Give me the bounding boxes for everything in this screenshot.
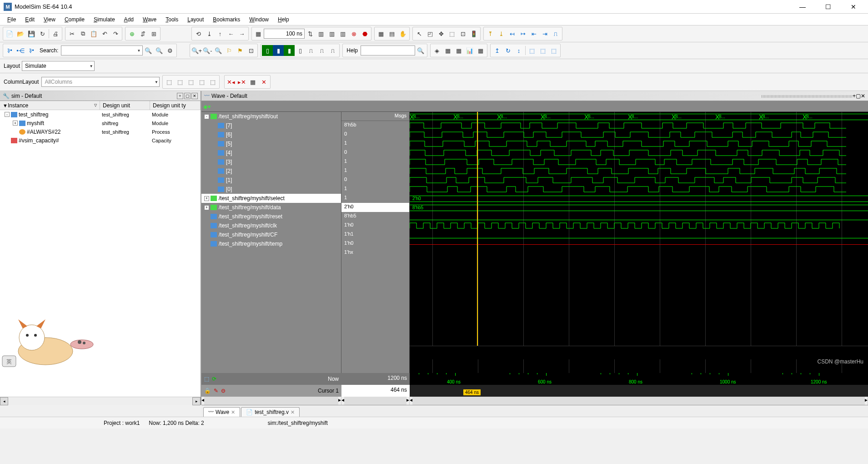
cursor-goto-icon[interactable]: ⬚: [548, 45, 559, 56]
run-step-icon[interactable]: ⤓: [204, 28, 215, 39]
save-icon[interactable]: 💾: [26, 28, 37, 39]
edge-icon[interactable]: ⎍: [550, 28, 561, 39]
run-all-icon[interactable]: ▥: [316, 28, 326, 39]
now-toggle-icon[interactable]: ⬚: [204, 376, 209, 382]
menu-file[interactable]: File: [3, 15, 20, 24]
now-reset-icon[interactable]: ⟳: [212, 376, 216, 382]
find-opts-icon[interactable]: ⚙: [165, 45, 176, 56]
restart-icon[interactable]: ⟲: [193, 28, 204, 39]
print-icon[interactable]: 🖨: [50, 28, 61, 39]
bookmark-list-icon[interactable]: ⊡: [246, 45, 256, 56]
group-sig5-icon[interactable]: ⬚: [207, 76, 218, 87]
coverage-icon[interactable]: 📊: [464, 45, 475, 56]
panel-close-button[interactable]: ✕: [191, 93, 198, 99]
canvas-scroll-right-icon[interactable]: ▸: [865, 397, 868, 405]
expand-toggle[interactable]: +: [204, 196, 209, 201]
sim-hscroll[interactable]: ◂ ▸: [0, 397, 201, 405]
cursor-line[interactable]: [477, 112, 478, 346]
right-arrow-icon[interactable]: →: [236, 28, 247, 39]
tab-wave-close-icon[interactable]: ✕: [231, 409, 235, 415]
wave-expand-icon[interactable]: ▯: [262, 45, 273, 56]
scroll-left-icon[interactable]: ◂: [0, 397, 8, 405]
tree-row[interactable]: #ALWAYS#22test_shiftregProcess: [0, 127, 201, 136]
panel-max-button[interactable]: ▢: [184, 93, 191, 99]
msgs-scroll-right-icon[interactable]: ▸: [406, 397, 409, 405]
expand-toggle[interactable]: -: [204, 114, 209, 119]
menu-add[interactable]: Add: [120, 15, 138, 24]
expand-toggle[interactable]: +: [13, 121, 18, 126]
tree-icon[interactable]: ⊞: [148, 28, 159, 39]
signal-row[interactable]: /test_shiftreg/myshift/temp: [201, 239, 341, 248]
profile-icon[interactable]: ▦: [475, 45, 486, 56]
close-button[interactable]: ✕: [845, 3, 862, 10]
zoom-full-icon[interactable]: 🔍: [213, 45, 224, 56]
transition-prev-icon[interactable]: ⇤: [528, 28, 539, 39]
cut-icon[interactable]: ✂: [66, 28, 77, 39]
menu-edit[interactable]: Edit: [20, 15, 39, 24]
signal-row[interactable]: /test_shiftreg/myshift/reset: [201, 212, 341, 221]
signal-row[interactable]: [6]: [201, 130, 341, 139]
search-input[interactable]: [61, 45, 143, 55]
signal-next-icon[interactable]: ↦: [517, 28, 528, 39]
run-time-input[interactable]: [264, 29, 305, 39]
signal-prev-icon[interactable]: ↤: [507, 28, 517, 39]
signal-row[interactable]: +/test_shiftreg/myshift/data: [201, 203, 341, 212]
hierarchy-icon[interactable]: ⇵: [137, 28, 148, 39]
hand-icon[interactable]: ✋: [397, 28, 408, 39]
maximize-button[interactable]: ☐: [820, 3, 836, 10]
break-icon[interactable]: ⊗: [348, 28, 359, 39]
signal-row[interactable]: [4]: [201, 148, 341, 157]
wave-div1-icon[interactable]: ⎍: [306, 45, 316, 56]
col-design-unit[interactable]: Design unit: [100, 101, 150, 110]
refresh-icon[interactable]: ↻: [37, 28, 48, 39]
tree-row[interactable]: #vsim_capacity#Capacity: [0, 136, 201, 145]
names-scroll-right-icon[interactable]: ▸: [338, 397, 341, 405]
wave-add-button[interactable]: +: [853, 93, 856, 99]
signal-row[interactable]: [1]: [201, 176, 341, 185]
minimize-button[interactable]: —: [794, 3, 811, 10]
help-search-input[interactable]: [361, 45, 415, 55]
compare-prev-icon[interactable]: ✕◂: [226, 76, 236, 87]
menu-bookmarks[interactable]: Bookmarks: [208, 15, 245, 24]
expand-toggle[interactable]: +: [204, 205, 209, 210]
zoom-region-icon[interactable]: ⬚: [447, 28, 457, 39]
signal-row[interactable]: -/test_shiftreg/myshift/out: [201, 112, 341, 121]
zoom-out-icon[interactable]: 🔍-: [202, 45, 213, 56]
menu-wave[interactable]: Wave: [138, 15, 161, 24]
undo-icon[interactable]: ↶: [99, 28, 110, 39]
col-design-unit-type[interactable]: Design unit ty: [150, 101, 201, 110]
menu-compile[interactable]: Compile: [60, 15, 89, 24]
select-icon[interactable]: ◰: [425, 28, 436, 39]
signal-row[interactable]: /test_shiftreg/myshift/CF: [201, 230, 341, 239]
wave-max-button[interactable]: ▢: [856, 93, 861, 99]
find-next-icon[interactable]: 🔍: [154, 45, 165, 56]
traffic-light-icon[interactable]: 🚦: [468, 28, 479, 39]
signal-row[interactable]: [5]: [201, 139, 341, 148]
wave-ungroup-icon[interactable]: ▯: [295, 45, 306, 56]
signal-row[interactable]: [2]: [201, 166, 341, 176]
layout-dropdown[interactable]: Simulate: [22, 61, 95, 71]
redo-icon[interactable]: ↷: [110, 28, 121, 39]
help-search-icon[interactable]: 🔍: [415, 45, 426, 56]
cursor-prev-edge-icon[interactable]: ⤒: [485, 28, 496, 39]
up-arrow-icon[interactable]: ↑: [215, 28, 226, 39]
tree-row[interactable]: +myshiftshiftregModule: [0, 119, 201, 127]
panel-add-button[interactable]: +: [177, 93, 183, 99]
cursor-lock-icon[interactable]: 🔒: [204, 388, 211, 394]
menu-simulate[interactable]: Simulate: [89, 15, 120, 24]
step-out-icon[interactable]: ३•: [26, 45, 37, 56]
wave-hscroll[interactable]: ◂ ▸ ◂ ▸ ◂ ▸: [201, 397, 868, 405]
cursor-del-icon[interactable]: ⊖: [221, 388, 226, 394]
step-over-icon[interactable]: •⋲: [15, 45, 26, 56]
new-file-icon[interactable]: 📄: [4, 28, 15, 39]
dataflow-icon[interactable]: ▦: [442, 45, 453, 56]
signal-row[interactable]: [0]: [201, 185, 341, 194]
signal-row[interactable]: [3]: [201, 157, 341, 166]
group-sig1-icon[interactable]: ⬚: [164, 76, 175, 87]
step-into-icon[interactable]: ३•: [4, 45, 15, 56]
schematic-icon[interactable]: ▦: [453, 45, 464, 56]
cursor-strip[interactable]: 464 ns: [410, 385, 868, 397]
tree-body[interactable]: -test_shiftregtest_shiftregModule+myshif…: [0, 110, 201, 397]
tab-file-close-icon[interactable]: ✕: [291, 409, 295, 415]
menu-view[interactable]: View: [39, 15, 60, 24]
